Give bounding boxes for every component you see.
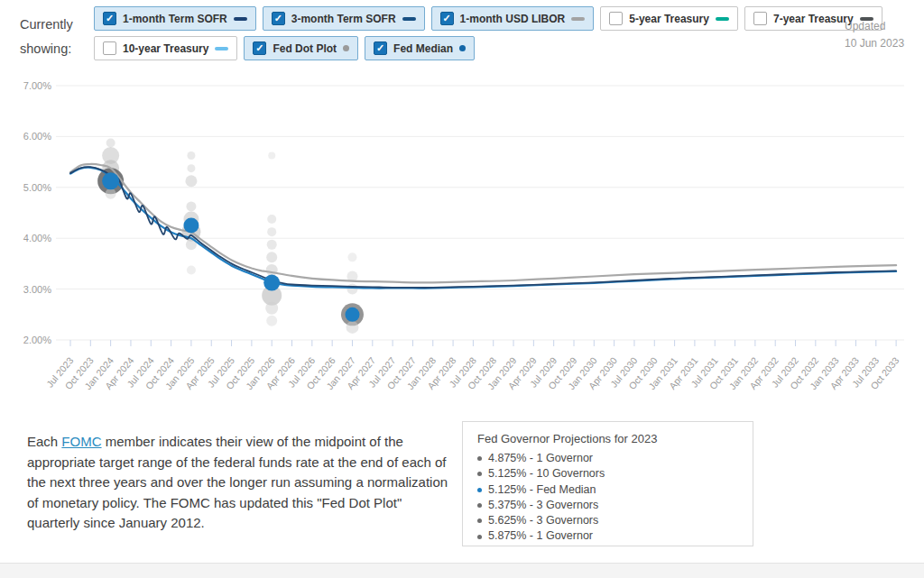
legend-item-text: 5.875% - 1 Governor bbox=[488, 528, 593, 544]
fed-median-dot[interactable] bbox=[263, 275, 280, 291]
y-axis-label: 7.00% bbox=[23, 80, 51, 91]
legend-items: 4.875% - 1 Governor5.125% - 10 Governors… bbox=[477, 451, 738, 545]
y-axis-label: 3.00% bbox=[23, 284, 51, 295]
legend-bullet-icon bbox=[477, 472, 482, 476]
legend-item-text: 5.625% - 3 Governors bbox=[488, 513, 598, 528]
fed-median-dot[interactable] bbox=[345, 307, 359, 322]
fed-median-dot[interactable] bbox=[183, 218, 199, 234]
dot-plot-governor-dot[interactable] bbox=[347, 252, 356, 261]
dot-plot-governor-dot[interactable] bbox=[106, 138, 116, 147]
footer-strip bbox=[0, 564, 924, 578]
legend-item-text: 5.125% - 10 Governors bbox=[488, 466, 605, 482]
legend-item-text: 5.375% - 3 Governors bbox=[488, 498, 598, 513]
y-axis-label: 4.00% bbox=[23, 233, 51, 243]
legend-bullet-icon bbox=[477, 518, 482, 523]
fed-median-dot[interactable] bbox=[102, 172, 119, 189]
dot-plot-governor-dot[interactable] bbox=[267, 215, 276, 224]
legend-bullet-icon bbox=[477, 456, 482, 461]
dot-plot-governor-dot[interactable] bbox=[266, 316, 277, 326]
dot-plot-governor-dot[interactable] bbox=[106, 188, 116, 199]
dot-plot-governor-dot[interactable] bbox=[186, 201, 196, 211]
legend-item: 5.375% - 3 Governors bbox=[477, 498, 738, 513]
y-axis-label: 2.00% bbox=[23, 335, 51, 345]
legend-item: 5.875% - 1 Governor bbox=[477, 528, 738, 544]
dot-plot-governor-dot[interactable] bbox=[187, 151, 195, 160]
y-axis-label: 5.00% bbox=[23, 182, 51, 193]
legend-bullet-icon bbox=[477, 503, 482, 508]
dot-plot-governor-dot[interactable] bbox=[346, 321, 358, 334]
fomc-link[interactable]: FOMC bbox=[61, 434, 101, 449]
legend-item-text: 4.875% - 1 Governor bbox=[488, 451, 593, 466]
dot-plot-governor-dot[interactable] bbox=[185, 175, 197, 187]
fed-dot-plot-description: Each FOMC member indicates their view of… bbox=[27, 432, 449, 534]
fed-governor-projections-legend: Fed Governor Projections for 2023 4.875%… bbox=[462, 421, 753, 546]
forward-curve-chart[interactable]: 7.00%6.00%5.00%4.00%3.00%2.00%Jul 2023Oc… bbox=[0, 0, 924, 410]
dot-plot-governor-dot[interactable] bbox=[266, 252, 277, 262]
legend-title: Fed Governor Projections for 2023 bbox=[477, 432, 738, 445]
legend-bullet-icon bbox=[477, 488, 482, 492]
dot-plot-governor-dot[interactable] bbox=[267, 240, 277, 250]
y-axis-label: 6.00% bbox=[23, 131, 51, 142]
legend-item: 5.625% - 3 Governors bbox=[477, 513, 738, 528]
dot-plot-governor-dot[interactable] bbox=[266, 264, 278, 276]
legend-item: 5.125% - 10 Governors bbox=[477, 466, 738, 482]
dot-plot-governor-dot[interactable] bbox=[267, 227, 276, 236]
legend-bullet-icon bbox=[477, 535, 482, 539]
legend-item: 4.875% - 1 Governor bbox=[477, 451, 738, 466]
description-text: Each bbox=[27, 434, 61, 449]
dot-plot-governor-dot[interactable] bbox=[187, 164, 195, 172]
dot-plot-governor-dot[interactable] bbox=[265, 302, 278, 315]
legend-item: 5.125% - Fed Median bbox=[477, 482, 738, 498]
dot-plot-governor-dot[interactable] bbox=[346, 284, 357, 295]
dot-plot-governor-dot[interactable] bbox=[187, 265, 196, 274]
dot-plot-governor-dot[interactable] bbox=[268, 152, 275, 160]
legend-item-text: 5.125% - Fed Median bbox=[488, 482, 596, 498]
